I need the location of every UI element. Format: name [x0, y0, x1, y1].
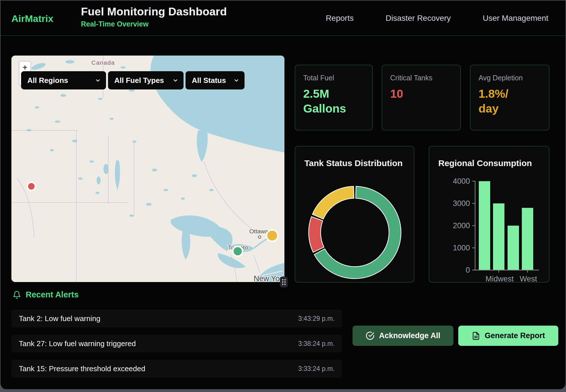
acknowledge-all-button[interactable]: Acknowledge All — [353, 326, 453, 346]
fuel-type-filter-dropdown[interactable]: All Fuel Types — [108, 71, 184, 89]
acknowledge-all-label: Acknowledge All — [379, 331, 440, 340]
tank-status-title: Tank Status Distribution — [304, 158, 402, 168]
alert-message: Tank 2: Low fuel warning — [19, 314, 100, 323]
town-ring-icon — [258, 236, 261, 238]
recent-alerts-header: Recent Alerts — [13, 290, 79, 299]
alert-message: Tank 27: Low fuel warning triggered — [19, 339, 136, 348]
regional-consumption-card: Regional Consumption 01000200030004000Mi… — [429, 146, 549, 283]
status-filter-dropdown[interactable]: All Status — [186, 71, 245, 89]
avg-depletion-value: 1.8%/ day — [479, 87, 541, 116]
map-label-ottawa: Ottawa — [249, 228, 268, 234]
svg-text:West: West — [520, 275, 537, 283]
file-text-icon — [472, 332, 480, 340]
region-filter-value: All Regions — [27, 76, 68, 85]
alert-timestamp: 3:33:24 p.m. — [298, 365, 335, 373]
critical-tanks-card: Critical Tanks 10 — [382, 65, 461, 130]
svg-text:2000: 2000 — [453, 221, 470, 230]
dashboard-app: AirMatrix Fuel Monitoring Dashboard Real… — [0, 0, 566, 390]
alert-row: Tank 27: Low fuel warning triggered 3:38… — [11, 335, 342, 352]
map-marker-normal[interactable] — [233, 246, 243, 256]
status-filter-value: All Status — [192, 76, 226, 85]
region-filter-dropdown[interactable]: All Regions — [21, 71, 106, 89]
map-marker-warning[interactable] — [266, 230, 278, 241]
critical-tanks-label: Critical Tanks — [390, 74, 452, 82]
svg-text:1000: 1000 — [453, 244, 470, 252]
alert-row: Tank 15: Pressure threshold exceeded 3:3… — [11, 360, 342, 377]
bell-icon — [13, 291, 21, 299]
check-circle-icon — [366, 331, 374, 340]
svg-text:3000: 3000 — [453, 199, 470, 208]
title-block: Fuel Monitoring Dashboard Real-Time Over… — [81, 5, 227, 28]
generate-report-label: Generate Report — [485, 331, 545, 340]
chevron-down-icon — [234, 78, 239, 83]
app-header: AirMatrix Fuel Monitoring Dashboard Real… — [1, 1, 565, 36]
avg-depletion-card: Avg Depletion 1.8%/ day — [470, 65, 549, 130]
alert-message: Tank 15: Pressure threshold exceeded — [19, 364, 145, 373]
nav-user-management[interactable]: User Management — [483, 14, 548, 23]
critical-tanks-value: 10 — [390, 87, 452, 101]
drag-handle-icon[interactable] — [280, 277, 288, 287]
avg-depletion-label: Avg Depletion — [479, 74, 541, 82]
map-canvas[interactable]: Canada Ottawa Toronto New York + − All R… — [11, 56, 284, 282]
map-marker-critical[interactable] — [27, 182, 35, 190]
nav-reports[interactable]: Reports — [326, 14, 354, 23]
total-fuel-label: Total Fuel — [303, 74, 364, 82]
alert-timestamp: 3:43:29 p.m. — [298, 315, 335, 322]
map-graphic: Canada Ottawa Toronto New York — [11, 56, 284, 282]
svg-text:4000: 4000 — [453, 177, 470, 185]
page-title: Fuel Monitoring Dashboard — [81, 5, 227, 18]
page-subtitle: Real-Time Overview — [81, 20, 227, 28]
nav-disaster-recovery[interactable]: Disaster Recovery — [386, 14, 451, 23]
total-fuel-value: 2.5M Gallons — [303, 87, 364, 116]
alert-row: Tank 2: Low fuel warning 3:43:29 p.m. — [11, 310, 342, 327]
brand-logo: AirMatrix — [11, 13, 53, 24]
regional-consumption-title: Regional Consumption — [438, 158, 532, 168]
generate-report-button[interactable]: Generate Report — [458, 326, 558, 346]
total-fuel-card: Total Fuel 2.5M Gallons — [295, 65, 373, 130]
recent-alerts-title: Recent Alerts — [26, 290, 79, 299]
main-nav: Reports Disaster Recovery User Managemen… — [326, 1, 548, 36]
chevron-down-icon — [95, 78, 100, 83]
map-label-canada: Canada — [91, 59, 115, 66]
svg-text:Midwest: Midwest — [485, 275, 514, 283]
svg-text:0: 0 — [466, 266, 470, 274]
tank-status-card: Tank Status Distribution — [295, 146, 414, 283]
chevron-down-icon — [173, 78, 178, 83]
alert-timestamp: 3:38:24 p.m. — [298, 340, 335, 348]
map-filters: All Regions All Fuel Types All Status — [21, 71, 245, 89]
fuel-type-filter-value: All Fuel Types — [114, 76, 164, 85]
